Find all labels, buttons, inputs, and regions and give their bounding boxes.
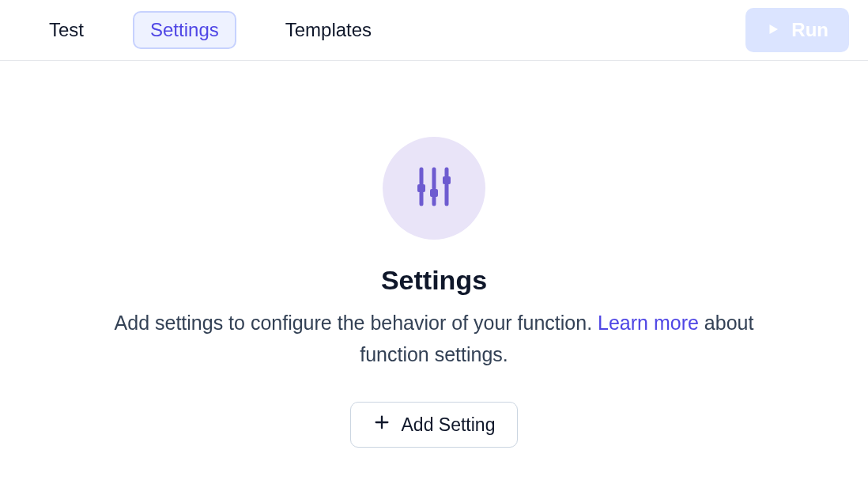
header: Test Settings Templates Run — [0, 0, 868, 61]
add-setting-button[interactable]: Add Setting — [350, 402, 519, 448]
learn-more-link[interactable]: Learn more — [598, 312, 699, 334]
empty-state-description: Add settings to configure the behavior o… — [110, 307, 758, 370]
plus-icon — [373, 414, 391, 436]
add-setting-label: Add Setting — [402, 414, 496, 436]
sliders-icon — [409, 161, 459, 215]
tabs: Test Settings Templates — [32, 11, 389, 49]
tab-test[interactable]: Test — [32, 11, 101, 49]
empty-state: Settings Add settings to configure the b… — [0, 61, 868, 448]
tab-templates[interactable]: Templates — [268, 11, 389, 49]
settings-icon-circle — [383, 137, 485, 240]
empty-desc-before: Add settings to configure the behavior o… — [115, 312, 598, 334]
empty-state-title: Settings — [381, 265, 487, 296]
svg-rect-8 — [443, 176, 451, 184]
play-icon — [766, 19, 780, 41]
svg-rect-6 — [417, 184, 425, 192]
run-button[interactable]: Run — [745, 8, 849, 52]
run-button-label: Run — [791, 19, 828, 41]
tab-settings[interactable]: Settings — [133, 11, 236, 49]
svg-rect-7 — [430, 189, 438, 197]
